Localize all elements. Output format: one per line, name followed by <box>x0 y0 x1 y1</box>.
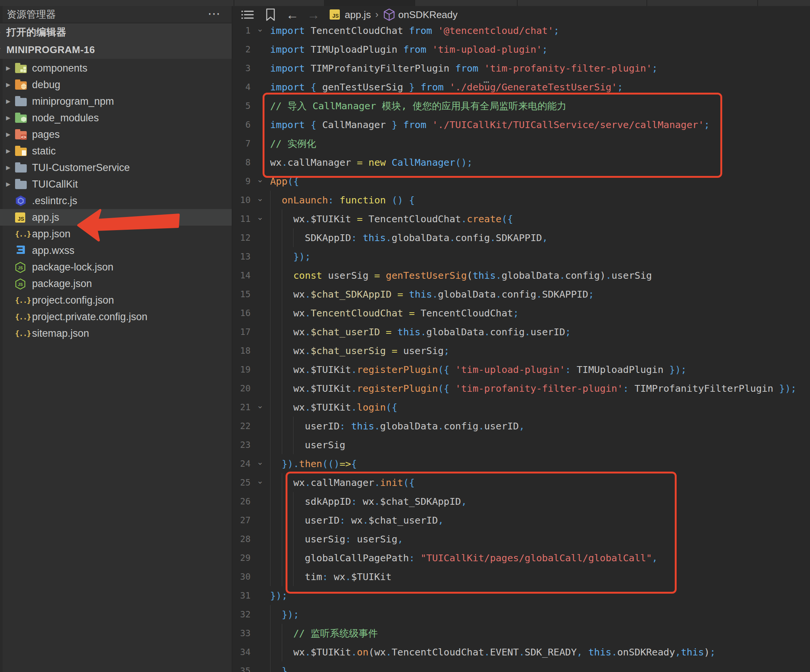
code-area[interactable]: 1›import TencentCloudChat from '@tencent… <box>233 21 810 672</box>
tree-item-.eslintrc.js[interactable]: ▶.eslintrc.js <box>0 192 232 209</box>
fold-chevron-icon[interactable]: › <box>251 398 270 417</box>
fold-gutter <box>251 322 270 341</box>
tree-item-project.private.config.json[interactable]: ▶{..}project.private.config.json <box>0 308 232 325</box>
line-number: 30 <box>233 567 251 586</box>
fold-gutter <box>251 492 270 511</box>
disclosure-caret-icon[interactable]: ▶ <box>6 93 15 109</box>
disclosure-caret-icon[interactable]: ▶ <box>6 176 15 192</box>
disclosure-caret-icon[interactable]: ▶ <box>6 126 15 143</box>
chevron-right-icon: › <box>0 24 0 41</box>
tree-item-sitemap.json[interactable]: ▶{..}sitemap.json <box>0 325 232 342</box>
code-text: } <box>270 662 287 672</box>
tree-item-TUICallKit[interactable]: ▶TUICallKit <box>0 176 232 192</box>
tree-item-static[interactable]: ▶static <box>0 143 232 159</box>
code-line-3: 3import TIMProfanityFilterPlugin from 't… <box>233 59 810 77</box>
json-file-icon: {..} <box>15 230 31 238</box>
tree-item-app.wxss[interactable]: ▶app.wxss <box>0 242 232 259</box>
fold-chevron-icon[interactable]: › <box>251 190 270 209</box>
fold-chevron-icon[interactable]: › <box>251 172 270 190</box>
code-line-11: 11› wx.$TUIKit = TencentCloudChat.create… <box>233 209 810 228</box>
tree-item-components[interactable]: ▶components <box>0 60 232 76</box>
tree-item-miniprogram_npm[interactable]: ▶miniprogram_npm <box>0 93 232 109</box>
code-line-30: 30 tim: wx.$TUIKit <box>233 567 810 586</box>
fold-gutter <box>251 435 270 454</box>
tree-item-project.config.json[interactable]: ▶{..}project.config.json <box>0 292 232 308</box>
breadcrumb-separator: › <box>375 6 379 23</box>
tree-item-label: package-lock.json <box>32 261 113 273</box>
section-open-editors[interactable]: › 打开的编辑器 <box>0 24 232 41</box>
code-text: wx.$TUIKit.on(wx.TencentCloudChat.EVENT.… <box>270 643 716 662</box>
explorer-sidebar: 资源管理器 ⋯ › 打开的编辑器 › MINIPROGRAM-16 ▶compo… <box>0 6 232 672</box>
code-line-26: 26 sdkAppID: wx.$chat_SDKAppID, <box>233 492 810 511</box>
fold-gutter <box>251 662 270 672</box>
fold-chevron-icon[interactable]: › <box>251 209 270 228</box>
disclosure-caret-icon[interactable]: ▶ <box>6 143 15 159</box>
tree-item-app.js[interactable]: ▶JSapp.js <box>0 209 232 226</box>
svg-text:JS: JS <box>18 266 23 270</box>
tree-item-app.json[interactable]: ▶{..}app.json <box>0 226 232 242</box>
fold-chevron-icon[interactable]: › <box>251 454 270 473</box>
line-number: 4 <box>233 77 251 96</box>
tree-item-label: sitemap.json <box>32 328 89 339</box>
tree-item-label: node_modules <box>32 112 99 124</box>
line-number: 16 <box>233 303 251 322</box>
folder-icon <box>15 148 27 156</box>
fold-gutter <box>251 549 270 567</box>
fold-chevron-icon[interactable]: › <box>251 21 270 40</box>
fold-chevron-icon[interactable]: › <box>251 473 270 492</box>
explorer-title: 资源管理器 <box>7 6 56 23</box>
fold-gutter <box>251 153 270 172</box>
editor-pane: ← → JS app.js › onSDKReady 1›import Tenc… <box>232 6 810 672</box>
disclosure-caret-icon[interactable]: ▶ <box>6 159 15 176</box>
tree-item-node_modules[interactable]: ▶node_modules <box>0 109 232 126</box>
tab-divider <box>757 0 758 6</box>
tree-item-debug[interactable]: ▶debug <box>0 76 232 93</box>
code-line-8: 8wx.callManager = new CallManager(); <box>233 153 810 172</box>
tree-item-package-lock.json[interactable]: ▶JSpackage-lock.json <box>0 259 232 275</box>
code-line-24: 24› }).then(()=>{ <box>233 454 810 473</box>
more-actions-icon[interactable]: ⋯ <box>208 6 221 21</box>
code-line-32: 32 }); <box>233 605 810 624</box>
folder-icon: <> <box>15 131 27 139</box>
section-project-root[interactable]: › MINIPROGRAM-16 <box>0 41 232 59</box>
line-number: 25 <box>233 473 251 492</box>
tab-strip[interactable] <box>0 0 810 6</box>
tree-item-label: .eslintrc.js <box>32 195 77 207</box>
line-number: 2 <box>233 40 251 59</box>
line-number: 33 <box>233 624 251 643</box>
tree-item-label: project.config.json <box>32 295 114 306</box>
code-text: // 实例化 <box>270 134 316 153</box>
folder-icon <box>15 81 27 90</box>
code-line-34: 34 wx.$TUIKit.on(wx.TencentCloudChat.EVE… <box>233 643 810 662</box>
disclosure-caret-icon[interactable]: ▶ <box>6 109 15 126</box>
tree-item-TUI-CustomerService[interactable]: ▶TUI-CustomerService <box>0 159 232 176</box>
code-line-16: 16 wx.TencentCloudChat = TencentCloudCha… <box>233 303 810 322</box>
code-line-13: 13 }); <box>233 247 810 266</box>
code-text: wx.$TUIKit.registerPlugin({ 'tim-upload-… <box>270 360 687 379</box>
fold-gutter <box>251 511 270 530</box>
line-number: 6 <box>233 115 251 134</box>
tree-item-pages[interactable]: ▶<>pages <box>0 126 232 143</box>
line-number: 32 <box>233 605 251 624</box>
code-text: wx.$chat_SDKAppID = this.globalData.conf… <box>270 285 594 303</box>
code-line-29: 29 globalCallPagePath: "TUICallKit/pages… <box>233 549 810 567</box>
fold-gutter <box>251 247 270 266</box>
line-number: 23 <box>233 435 251 454</box>
fold-gutter <box>251 567 270 586</box>
disclosure-caret-icon[interactable]: ▶ <box>6 60 15 76</box>
code-text: // 导入 CallManager 模块, 使您的应用具有全局监听来电的能力 <box>270 96 566 115</box>
code-text: wx.TencentCloudChat = TencentCloudChat; <box>270 303 519 322</box>
tab-divider <box>646 0 647 6</box>
code-text: userID: this.globalData.config.userID, <box>270 417 525 435</box>
tree-item-label: debug <box>32 79 60 91</box>
js-file-icon: JS <box>330 9 340 20</box>
tree-item-label: pages <box>32 129 60 140</box>
fold-gutter <box>251 605 270 624</box>
code-line-7: 7// 实例化 <box>233 134 810 153</box>
code-text: wx.$TUIKit.registerPlugin({ 'tim-profani… <box>270 379 796 398</box>
code-text: wx.$chat_userID = this.globalData.config… <box>270 322 571 341</box>
disclosure-caret-icon[interactable]: ▶ <box>6 76 15 93</box>
tree-item-package.json[interactable]: ▶JSpackage.json <box>0 275 232 292</box>
explorer-titlebar: 资源管理器 ⋯ <box>0 6 232 24</box>
js-file-icon: JS <box>15 212 25 222</box>
